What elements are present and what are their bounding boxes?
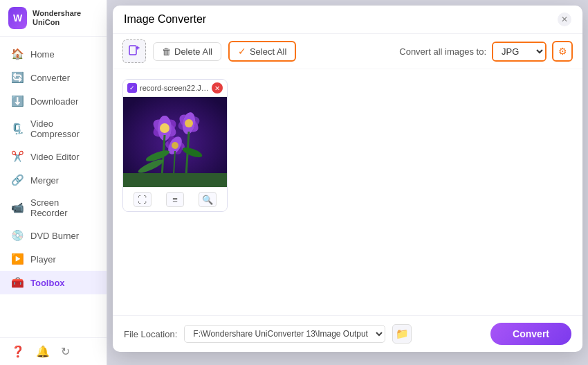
sidebar-item-dvd-burner[interactable]: 💿 DVD Burner	[0, 224, 107, 247]
notification-icon[interactable]: 🔔	[36, 345, 50, 358]
card-zoom-button[interactable]: 🔍	[199, 192, 217, 207]
sidebar-item-label: Video Editor	[30, 152, 80, 162]
toolbar: 🗑 Delete All ✓ Select All Convert all im…	[113, 34, 582, 69]
video-editor-icon: ✂️	[11, 150, 24, 163]
zoom-icon: 🔍	[202, 195, 213, 205]
card-checkbox[interactable]: ✓	[127, 83, 137, 93]
sidebar: W Wondershare UniCon 🏠 Home 🔄 Converter …	[0, 0, 107, 365]
browse-folder-button[interactable]: 📁	[392, 324, 412, 344]
toolbar-right: Convert all images to: JPG PNG BMP GIF W…	[399, 41, 573, 62]
image-converter-dialog: Image Converter ✕ 🗑 Delete All	[113, 6, 582, 352]
card-filename: record-screen22.JPG	[140, 84, 209, 92]
card-image	[123, 97, 227, 187]
resize-icon: ⛶	[138, 195, 147, 205]
sidebar-item-label: Downloader	[30, 96, 78, 107]
sidebar-footer: ❓ 🔔 ↻	[0, 337, 107, 365]
dvd-burner-icon: 💿	[11, 229, 24, 242]
sidebar-item-label: Player	[30, 254, 56, 265]
home-icon: 🏠	[11, 48, 24, 60]
app-logo: W Wondershare UniCon	[0, 0, 107, 37]
dialog-content: ✓ record-screen22.JPG ✕	[113, 69, 582, 315]
screen-recorder-icon: 📹	[11, 202, 24, 214]
svg-point-17	[172, 142, 178, 149]
converter-icon: 🔄	[11, 71, 24, 84]
dialog-close-button[interactable]: ✕	[558, 12, 571, 26]
help-icon[interactable]: ❓	[11, 345, 25, 358]
card-list-button[interactable]: ≡	[166, 192, 184, 207]
player-icon: ▶️	[11, 253, 24, 265]
refresh-icon[interactable]: ↻	[61, 345, 70, 358]
card-footer: ⛶ ≡ 🔍	[123, 187, 227, 211]
settings-icon: ⚙	[558, 46, 567, 57]
file-location-label: File Location:	[124, 329, 177, 339]
select-all-button[interactable]: ✓ Select All	[228, 41, 296, 62]
select-all-label: Select All	[250, 46, 286, 57]
dialog-overlay: Image Converter ✕ 🗑 Delete All	[107, 0, 588, 365]
card-image-svg	[123, 97, 227, 187]
svg-point-13	[185, 119, 193, 127]
sidebar-item-label: Toolbox	[30, 278, 65, 288]
toolbox-icon: 🧰	[11, 276, 24, 289]
logo-icon: W	[8, 7, 27, 29]
delete-all-button[interactable]: 🗑 Delete All	[153, 42, 221, 61]
sidebar-item-screen-recorder[interactable]: 📹 Screen Recorder	[0, 192, 107, 224]
sidebar-item-converter[interactable]: 🔄 Converter	[0, 66, 107, 89]
format-settings-button[interactable]: ⚙	[552, 41, 573, 62]
delete-all-label: Delete All	[174, 46, 212, 57]
card-remove-button[interactable]: ✕	[212, 82, 223, 94]
sidebar-item-label: DVD Burner	[30, 231, 79, 241]
sidebar-item-label: Screen Recorder	[30, 197, 95, 218]
sidebar-nav: 🏠 Home 🔄 Converter ⬇️ Downloader 🗜️ Vide…	[0, 37, 107, 337]
svg-rect-24	[123, 173, 227, 187]
add-file-icon	[127, 44, 141, 58]
sidebar-item-label: Video Compressor	[30, 118, 95, 139]
card-resize-button[interactable]: ⛶	[134, 192, 151, 207]
main-area: Image Converter ✕ 🗑 Delete All	[107, 0, 588, 365]
list-icon: ≡	[172, 195, 178, 205]
format-select-wrap: JPG PNG BMP GIF WEBP	[492, 42, 546, 62]
sidebar-item-video-editor[interactable]: ✂️ Video Editor	[0, 145, 107, 168]
downloader-icon: ⬇️	[11, 95, 24, 107]
folder-icon: 📁	[396, 328, 409, 340]
convert-button[interactable]: Convert	[490, 323, 571, 345]
merger-icon: 🔗	[11, 174, 24, 186]
sidebar-item-toolbox[interactable]: 🧰 Toolbox	[0, 271, 107, 294]
dialog-title-bar: Image Converter ✕	[113, 6, 582, 34]
convert-all-label: Convert all images to:	[399, 46, 486, 57]
image-card-header: ✓ record-screen22.JPG ✕	[123, 80, 227, 97]
video-compressor-icon: 🗜️	[11, 123, 24, 135]
trash-icon: 🗑	[162, 46, 171, 57]
sidebar-item-player[interactable]: ▶️ Player	[0, 247, 107, 271]
sidebar-item-label: Merger	[30, 175, 59, 186]
sidebar-item-downloader[interactable]: ⬇️ Downloader	[0, 89, 107, 113]
image-card: ✓ record-screen22.JPG ✕	[122, 79, 228, 212]
file-location-select[interactable]: F:\Wondershare UniConverter 13\Image Out…	[184, 325, 385, 343]
add-files-button[interactable]	[122, 39, 146, 63]
svg-rect-0	[129, 46, 136, 55]
svg-point-8	[160, 123, 169, 133]
sidebar-item-label: Home	[30, 49, 55, 60]
sidebar-item-label: Converter	[30, 73, 70, 83]
dialog-title: Image Converter	[124, 13, 206, 26]
format-select[interactable]: JPG PNG BMP GIF WEBP	[493, 43, 545, 60]
logo-text: Wondershare UniCon	[33, 9, 98, 27]
check-icon: ✓	[238, 46, 246, 57]
sidebar-item-video-compressor[interactable]: 🗜️ Video Compressor	[0, 113, 107, 145]
dialog-bottom: File Location: F:\Wondershare UniConvert…	[113, 315, 582, 352]
sidebar-item-merger[interactable]: 🔗 Merger	[0, 168, 107, 192]
sidebar-item-home[interactable]: 🏠 Home	[0, 42, 107, 66]
